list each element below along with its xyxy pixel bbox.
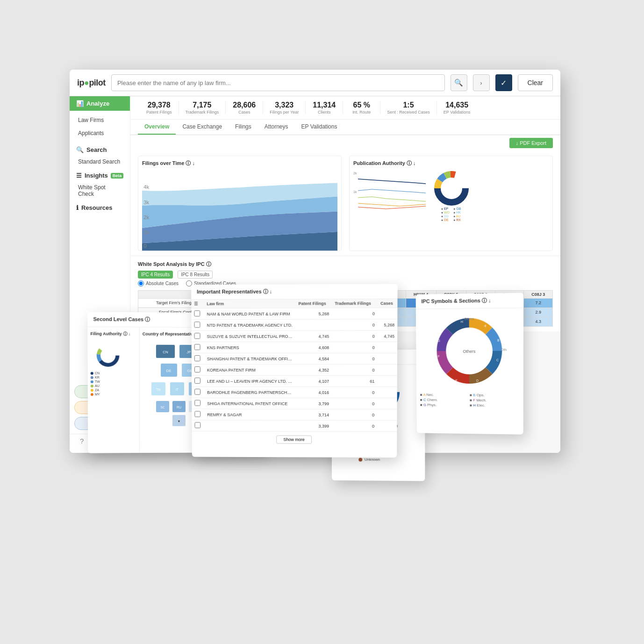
tab-attorneys[interactable]: Attorneys (258, 120, 295, 135)
svg-text:▼: ▼ (177, 420, 180, 423)
ipc-symbols-card: IPC Symbols & Sections ⓘ ↓ A B C D (416, 293, 523, 435)
stat-int-route: 65 % Int. Route (343, 101, 380, 114)
pub-auth-line-chart: 2k 1k (353, 170, 428, 216)
tabs-bar: Overview Case Exchange Filings Attorneys… (130, 120, 560, 135)
sidebar-item-standard-search[interactable]: Standard Search (70, 155, 130, 168)
svg-text:D: D (476, 379, 479, 382)
svg-text:B: B (497, 339, 500, 342)
reps-table-row: SHANGHAI PATENT & TRADEMARK OFFICE LLC 4… (192, 353, 397, 364)
svg-text:IT: IT (176, 388, 179, 391)
reps-table-row: KNS PARTNERS 4,608 0 (192, 342, 397, 353)
reps-table-row: 3,399 0 (192, 420, 397, 432)
info-icon: ℹ (76, 204, 79, 211)
insights-badge: Beta (111, 173, 124, 179)
svg-text:3k: 3k (143, 200, 149, 205)
ws-toggle-absolute[interactable]: Absolute Cases (138, 280, 179, 286)
reps-table-row: NAM & NAM WORLD PATENT & LAW FIRM 5,268 … (191, 308, 397, 320)
sidebar-item-applicants[interactable]: Applicants (70, 127, 130, 140)
svg-text:G: G (437, 339, 440, 342)
stat-sent-received: 1:5 Sent : Received Cases (380, 101, 437, 114)
svg-text:0: 0 (143, 243, 146, 249)
sidebar-resources-group: ℹ Resources (70, 200, 130, 213)
app-logo: ip●pilot (77, 78, 106, 88)
chart-icon: 📊 (76, 100, 84, 107)
search-input[interactable] (111, 74, 445, 91)
pdf-export-area: ↓ PDF Export (130, 135, 560, 151)
reps-table-row: REMRY & SAGAR 3,714 0 (192, 409, 397, 421)
stat-cases: 28,606 Cases (226, 101, 263, 114)
charts-area: Filings over Time ⓘ ↓ (130, 151, 560, 256)
important-representatives-card: Important Representatives ⓘ ↓ ☰ Law firm… (191, 284, 398, 458)
svg-point-16 (101, 349, 114, 362)
svg-text:CN: CN (163, 350, 168, 354)
scene: ip●pilot 🔍 › ✓ Clear 📊 Analyze Law Firms… (42, 42, 602, 602)
svg-text:Others: Others (501, 348, 507, 351)
svg-text:2k: 2k (353, 172, 357, 175)
forward-button[interactable]: › (473, 74, 490, 91)
sidebar-analyze-section: Law Firms Applicants (70, 111, 130, 143)
filings-over-time-chart: Filings over Time ⓘ ↓ (138, 156, 342, 251)
reps-table: ☰ Law firm Patent Filings Trademark Fili… (191, 299, 397, 432)
sidebar-analyze-header[interactable]: 📊 Analyze (70, 96, 130, 111)
tab-ep-validations[interactable]: EP Validations (295, 120, 344, 135)
svg-text:H: H (461, 320, 463, 323)
ipc-radial-chart-svg: A B C D E F (432, 313, 507, 389)
reps-table-row: SHIGA INTERNATIONAL PATENT OFFICE 3,799 … (192, 398, 397, 409)
svg-point-12 (441, 178, 462, 199)
sidebar-item-law-firms[interactable]: Law Firms (70, 114, 130, 127)
tab-case-exchange[interactable]: Case Exchange (176, 120, 229, 135)
stat-filings-per-year: 3,323 Filings per Year (263, 101, 306, 114)
sidebar-search-group: 🔍 Search (70, 143, 130, 155)
insights-icon: ☰ (76, 172, 82, 179)
svg-text:TN: TN (156, 388, 160, 391)
reps-table-row: NTD PATENT & TRADEMARK AGENCY LTD. 0 5,2… (191, 319, 397, 331)
reps-table-row: KOREANA PATENT FIRM 4,352 0 (192, 364, 397, 375)
ipc-legend: ■ A Nec. ■ B Ops. ■ C Chem. ■ F Mech. ■ … (416, 393, 523, 412)
ws-tabs: IPC 4 Results IPC 8 Results (138, 271, 553, 279)
filings-area-chart-svg: 4k 3k 2k 1k 0 (142, 170, 337, 257)
stat-trademark-filings: 7,175 Trademark Filings (179, 101, 226, 114)
search-icon: 🔍 (76, 146, 84, 153)
svg-text:1k: 1k (353, 190, 357, 193)
filing-auth-chart-svg (95, 343, 122, 369)
tab-filings[interactable]: Filings (229, 120, 258, 135)
stat-ep-validations: 14,635 EP Validations (437, 101, 477, 114)
sidebar-insights-group: ☰ Insights Beta (70, 168, 130, 181)
tab-overview[interactable]: Overview (138, 120, 176, 135)
top-bar: ip●pilot 🔍 › ✓ Clear (70, 70, 560, 96)
svg-text:F: F (438, 355, 440, 358)
svg-text:Others: Others (463, 349, 475, 354)
ipc-header: IPC Symbols & Sections ⓘ ↓ (416, 293, 523, 309)
reps-table-row: BARODHLE PAGENBERG PARTNERSCHAFT 4,016 0 (192, 386, 397, 398)
svg-text:2k: 2k (143, 215, 149, 220)
show-more-button[interactable]: Show more (276, 436, 311, 444)
filing-authority-donut (91, 340, 136, 372)
stats-bar: 29,378 Patent Filings 7,175 Trademark Fi… (130, 96, 560, 120)
reps-header: Important Representatives ⓘ ↓ (191, 284, 398, 300)
svg-text:JP: JP (186, 350, 191, 354)
help-icon[interactable]: ? (80, 437, 84, 445)
confirm-button[interactable]: ✓ (495, 74, 512, 91)
svg-text:RU: RU (177, 406, 181, 409)
clear-button[interactable]: Clear (518, 74, 553, 91)
ipc-donut-area: A B C D E F (416, 308, 523, 393)
svg-text:SC: SC (160, 406, 165, 409)
stat-patent-filings: 29,378 Patent Filings (140, 101, 179, 114)
reps-table-row: LEE AND LI – LEAVEN IPR AGENCY LTD. MIB … (192, 375, 397, 386)
svg-text:DE: DE (166, 369, 171, 373)
stat-clients: 11,314 Clients (306, 101, 343, 114)
publication-authority-chart: Publication Authority ⓘ ↓ 2k 1k (349, 156, 553, 251)
search-button[interactable]: 🔍 (451, 74, 467, 91)
sidebar-item-white-spot[interactable]: White Spot Check (70, 181, 130, 200)
ws-tab-ipc8[interactable]: IPC 8 Results (178, 271, 213, 279)
filing-auth-legend: CN KR TW AU ZA MY (91, 372, 136, 396)
svg-text:Others: Others (464, 317, 474, 321)
svg-text:E: E (455, 379, 458, 382)
svg-text:C: C (496, 358, 499, 362)
svg-text:1k: 1k (143, 229, 149, 235)
ws-tab-ipc4[interactable]: IPC 4 Results (138, 271, 173, 279)
reps-table-row: SUZUYE & SUZUYE INTELLECTUAL PROPERTY LA… (192, 330, 398, 342)
svg-text:4k: 4k (143, 184, 149, 190)
donut-chart-svg (433, 170, 470, 207)
pdf-export-button[interactable]: ↓ PDF Export (509, 138, 553, 148)
